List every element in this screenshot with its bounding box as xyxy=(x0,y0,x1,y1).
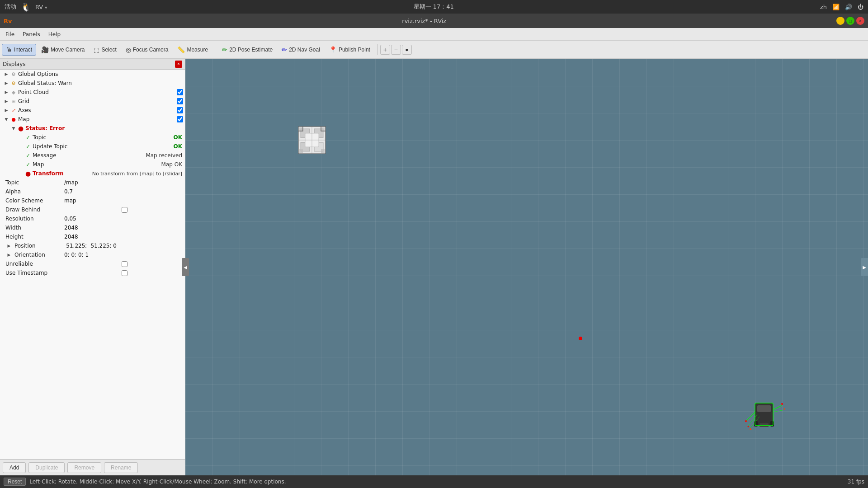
menu-help[interactable]: Help xyxy=(45,30,64,39)
prop-orientation[interactable]: ▶ Orientation 0; 0; 0; 1 xyxy=(2,250,185,259)
map-item[interactable]: ▼ ● Map xyxy=(0,115,185,124)
select-button[interactable]: ⬚ Select xyxy=(90,44,120,56)
svg-rect-10 xyxy=(299,149,303,153)
prop-use-timestamp-checkbox[interactable] xyxy=(64,270,185,276)
publish-point-button[interactable]: 📍 Publish Point xyxy=(325,44,374,56)
global-status-arrow: ▶ xyxy=(3,81,10,85)
focus-camera-button[interactable]: ◎ Focus Camera xyxy=(122,44,173,56)
menu-panels[interactable]: Panels xyxy=(19,30,44,39)
right-collapse-handle[interactable]: ▶ xyxy=(861,258,868,276)
global-options-item[interactable]: ▶ ⚙ Global Options xyxy=(0,70,185,79)
grid-checkbox[interactable] xyxy=(177,98,183,104)
prop-unreliable-checkbox[interactable] xyxy=(64,261,185,267)
pose-estimate-label: 2D Pose Estimate xyxy=(229,47,273,53)
axes-checkbox[interactable] xyxy=(177,107,183,113)
svg-point-23 xyxy=(784,408,785,410)
svg-point-22 xyxy=(781,403,783,405)
activity-label: 活动 xyxy=(5,3,16,11)
panel-title: Displays xyxy=(3,61,25,67)
title-bar-left: Rv xyxy=(4,18,12,24)
zoom-reset-toolbar-button[interactable]: ● xyxy=(402,45,412,55)
svg-line-18 xyxy=(773,410,784,412)
prop-unreliable-name: Unreliable xyxy=(5,261,64,267)
prop-alpha-value[interactable]: 0.7 xyxy=(64,188,185,195)
interact-icon: 🖱 xyxy=(6,46,12,53)
svg-rect-13 xyxy=(757,405,771,412)
grid-arrow: ▶ xyxy=(3,99,10,103)
focus-camera-icon: ◎ xyxy=(126,46,131,53)
prop-color-scheme-value[interactable]: map xyxy=(64,197,185,204)
map-status-item: ✓ Map Map OK xyxy=(0,160,185,169)
menu-file[interactable]: File xyxy=(2,30,18,39)
grid-item[interactable]: ▶ ⊞ Grid xyxy=(0,97,185,106)
axes-item[interactable]: ▶ ⤢ Axes xyxy=(0,106,185,115)
prop-topic: Topic /map xyxy=(2,178,185,187)
robot-object xyxy=(741,394,787,435)
rename-button[interactable]: Rename xyxy=(104,462,138,473)
reset-button[interactable]: Reset xyxy=(4,478,26,486)
svg-line-17 xyxy=(773,405,782,410)
app-window: Rv rviz.rviz* - RViz − □ × File Panels H… xyxy=(0,14,868,488)
prop-width-value[interactable]: 2048 xyxy=(64,225,185,231)
axes-label: Axes xyxy=(17,107,177,113)
prop-height-value[interactable]: 2048 xyxy=(64,234,185,240)
measure-button[interactable]: 📏 Measure xyxy=(173,44,212,56)
point-cloud-checkbox[interactable] xyxy=(177,89,183,95)
measure-icon: 📏 xyxy=(177,46,185,53)
prop-width-name: Width xyxy=(5,225,64,231)
map-arrow: ▼ xyxy=(3,117,10,122)
pose-estimate-icon: ✏ xyxy=(222,46,227,53)
prop-topic-value[interactable]: /map xyxy=(64,179,185,186)
panel-close-button[interactable]: × xyxy=(175,61,182,68)
close-button[interactable]: × xyxy=(856,17,864,25)
map-object xyxy=(289,117,335,163)
prop-resolution-value[interactable]: 0.05 xyxy=(64,216,185,222)
zoom-in-toolbar-button[interactable]: + xyxy=(380,45,390,55)
focus-camera-label: Focus Camera xyxy=(133,47,169,53)
maximize-button[interactable]: □ xyxy=(846,17,854,25)
minimize-button[interactable]: − xyxy=(836,17,844,25)
menu-bar: File Panels Help xyxy=(0,28,868,41)
nav-goal-label: 2D Nav Goal xyxy=(289,47,320,53)
map-status-name: Map xyxy=(32,161,161,168)
system-bar-right: zh 📶 🔊 ⏻ xyxy=(820,4,863,10)
prop-color-scheme-name: Color Scheme xyxy=(5,197,64,204)
remove-button[interactable]: Remove xyxy=(67,462,101,473)
topic-ok-item: ✓ Topic OK xyxy=(0,133,185,142)
point-cloud-arrow: ▶ xyxy=(3,90,10,94)
status-error-item[interactable]: ▼ ● Status: Error xyxy=(0,124,185,133)
title-bar-buttons[interactable]: − □ × xyxy=(836,17,864,25)
svg-rect-24 xyxy=(760,423,769,427)
global-status-icon: ⚙ xyxy=(10,80,17,86)
prop-resolution: Resolution 0.05 xyxy=(2,214,185,223)
nav-goal-button[interactable]: ✏ 2D Nav Goal xyxy=(278,44,324,56)
duplicate-button[interactable]: Duplicate xyxy=(28,462,65,473)
pose-estimate-button[interactable]: ✏ 2D Pose Estimate xyxy=(218,44,277,56)
global-status-item[interactable]: ▶ ⚙ Global Status: Warn xyxy=(0,79,185,88)
point-cloud-item[interactable]: ▶ ◆ Point Cloud xyxy=(0,88,185,97)
prop-color-scheme: Color Scheme map xyxy=(2,196,185,205)
map-checkbox[interactable] xyxy=(177,116,183,122)
status-error-label: Status: Error xyxy=(24,125,185,131)
viewport[interactable]: ▶ xyxy=(185,59,868,475)
topic-value: OK xyxy=(174,134,185,141)
move-camera-button[interactable]: 🎥 Move Camera xyxy=(37,44,89,56)
svg-line-14 xyxy=(746,412,755,421)
main-content: Displays × ▶ ⚙ Global Options ▶ ⚙ Global… xyxy=(0,59,868,475)
svg-point-21 xyxy=(750,428,751,430)
prop-draw-behind: Draw Behind xyxy=(2,205,185,214)
point-cloud-label: Point Cloud xyxy=(17,89,177,95)
prop-draw-behind-name: Draw Behind xyxy=(5,206,64,213)
interact-button[interactable]: 🖱 Interact xyxy=(2,44,36,56)
prop-draw-behind-checkbox[interactable] xyxy=(64,207,185,213)
grid-icon: ⊞ xyxy=(10,99,17,104)
app-indicator: RV ▾ xyxy=(35,4,47,10)
axes-icon: ⤢ xyxy=(10,108,17,113)
prop-position[interactable]: ▶ Position -51.225; -51.225; 0 xyxy=(2,241,185,250)
message-check-icon: ✓ xyxy=(24,153,32,159)
zoom-out-toolbar-button[interactable]: − xyxy=(391,45,401,55)
add-button[interactable]: Add xyxy=(3,462,26,473)
panel-collapse-button[interactable]: ◀ xyxy=(182,258,189,276)
prop-orientation-value: 0; 0; 0; 1 xyxy=(64,252,185,258)
prop-orientation-name-container: ▶ Orientation xyxy=(5,252,64,258)
